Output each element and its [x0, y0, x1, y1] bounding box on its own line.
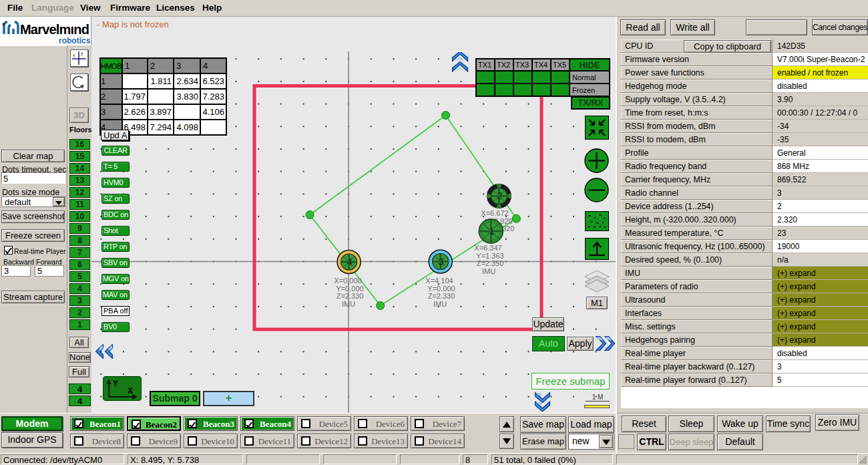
svg-text:X=4.104: X=4.104 — [425, 277, 453, 285]
svg-text:y: y — [81, 51, 83, 56]
svg-text:Y=0.000: Y=0.000 — [336, 285, 363, 293]
svg-text:x: x — [73, 53, 75, 57]
svg-text:2: 2 — [497, 190, 503, 201]
svg-text:X=6.347: X=6.347 — [474, 244, 501, 252]
svg-text:X: X — [128, 386, 133, 396]
svg-text:3: 3 — [439, 257, 444, 267]
svg-text:Z=2.330: Z=2.330 — [337, 292, 364, 300]
svg-text:X=0.000: X=0.000 — [334, 277, 361, 285]
svg-text:Z=2.350: Z=2.350 — [477, 259, 504, 267]
svg-text:IMU: IMU — [433, 300, 447, 308]
svg-text:IMU: IMU — [482, 267, 495, 275]
svg-text:Y=1.363: Y=1.363 — [476, 252, 503, 260]
svg-text:Z=2.330: Z=2.330 — [428, 292, 455, 300]
svg-text:1: 1 — [489, 226, 494, 237]
svg-text:Y: Y — [113, 379, 118, 388]
svg-text:4: 4 — [347, 257, 353, 267]
svg-text:IMU: IMU — [342, 300, 355, 308]
svg-text:X=6.672: X=6.672 — [481, 209, 508, 217]
svg-text:Y=0.000: Y=0.000 — [427, 285, 455, 293]
